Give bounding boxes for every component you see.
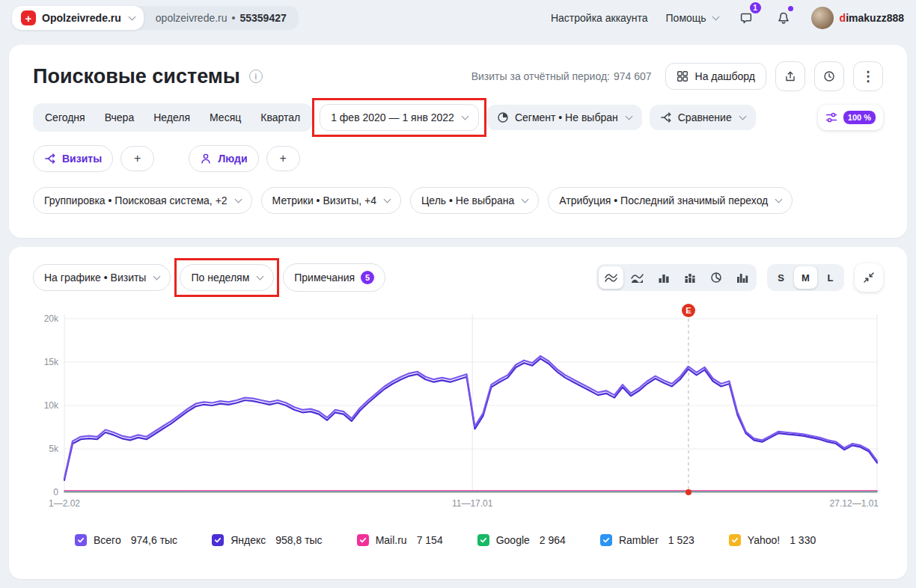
compare-button[interactable]: Сравнение bbox=[650, 105, 756, 130]
legend-label: Yahoo! bbox=[748, 534, 780, 546]
legend-item-total[interactable]: Всего 974,6 тыс bbox=[75, 534, 177, 546]
yandex-metrica-page: Opolzeivrede.ru opolzeivrede.ru • 553594… bbox=[0, 0, 916, 579]
grouping-period-dropdown[interactable]: По неделям bbox=[180, 264, 274, 291]
to-dashboard-button[interactable]: На дашборд bbox=[665, 63, 766, 90]
on-chart-dropdown[interactable]: На графике • Визиты bbox=[33, 264, 171, 291]
avatar bbox=[811, 7, 834, 29]
dashboard-grid-icon bbox=[677, 70, 688, 82]
visits-chart[interactable]: 20k15k10k5k01—2.0211—17.0127.12—1.01E bbox=[33, 302, 883, 527]
attribution-dropdown[interactable]: Атрибуция • Последний значимый переход bbox=[548, 187, 793, 214]
collapse-chart-button[interactable] bbox=[855, 263, 883, 292]
username: dimakuzz888 bbox=[840, 12, 904, 24]
legend-item-mailru[interactable]: Mail.ru 7 154 bbox=[357, 534, 443, 546]
legend-item-rambler[interactable]: Rambler 1 523 bbox=[600, 534, 694, 546]
check-icon bbox=[359, 536, 367, 544]
user-menu[interactable]: dimakuzz888 bbox=[811, 7, 904, 29]
chevron-down-icon bbox=[384, 196, 391, 203]
report-card: Поисковые системы Визиты за отчётный пер… bbox=[9, 45, 907, 238]
counter-switcher[interactable]: Opolzeivrede.ru opolzeivrede.ru • 553594… bbox=[12, 6, 299, 30]
legend-item-google[interactable]: Google 2 964 bbox=[477, 534, 566, 546]
size-m-button[interactable]: M bbox=[794, 266, 817, 289]
check-icon bbox=[480, 536, 487, 544]
info-icon[interactable] bbox=[249, 70, 263, 83]
tab-yesterday[interactable]: Вчера bbox=[95, 105, 144, 129]
tab-month[interactable]: Месяц bbox=[200, 105, 251, 129]
counter-name: Opolzeivrede.ru bbox=[42, 12, 121, 24]
chevron-down-icon bbox=[128, 13, 135, 21]
svg-text:1—2.02: 1—2.02 bbox=[49, 498, 80, 509]
svg-text:15k: 15k bbox=[44, 357, 59, 367]
tab-quarter[interactable]: Квартал bbox=[251, 105, 310, 129]
metrics-dropdown[interactable]: Метрики • Визиты, +4 bbox=[261, 187, 401, 214]
columns-icon bbox=[736, 272, 748, 284]
svg-text:E: E bbox=[686, 306, 691, 315]
counter-meta: opolzeivrede.ru • 55359427 bbox=[144, 6, 299, 30]
legend-item-yahoo[interactable]: Yahoo! 1 330 bbox=[729, 534, 816, 546]
goal-dropdown[interactable]: Цель • Не выбрана bbox=[410, 187, 539, 214]
legend-checkbox[interactable] bbox=[357, 534, 369, 546]
chevron-down-icon bbox=[461, 113, 468, 120]
segment-button[interactable]: Сегмент • Не выбран bbox=[486, 105, 642, 130]
top-bar: Opolzeivrede.ru opolzeivrede.ru • 553594… bbox=[0, 0, 916, 36]
help-menu[interactable]: Помощь bbox=[666, 12, 718, 24]
chart-type-stacked-area-button[interactable] bbox=[625, 266, 650, 289]
chart-type-pie-button[interactable] bbox=[703, 266, 728, 289]
visits-branch-icon bbox=[44, 153, 56, 165]
legend-value: 7 154 bbox=[417, 534, 443, 546]
legend-checkbox[interactable] bbox=[729, 534, 741, 546]
chart-type-columns-button[interactable] bbox=[730, 266, 754, 289]
grouping-period-annotated: По неделям bbox=[180, 264, 274, 291]
compare-label: Сравнение bbox=[678, 111, 732, 123]
chart-type-switcher bbox=[596, 264, 757, 291]
svg-text:10k: 10k bbox=[44, 400, 59, 411]
counter-switcher-button[interactable]: Opolzeivrede.ru bbox=[12, 6, 144, 30]
date-range-button[interactable]: 1 фев 2020 — 1 янв 2022 bbox=[320, 104, 479, 131]
notes-button[interactable]: Примечания 5 bbox=[283, 263, 385, 292]
legend-value: 958,8 тыс bbox=[275, 534, 322, 546]
legend-item-yandex[interactable]: Яндекс 958,8 тыс bbox=[212, 534, 323, 546]
svg-text:0: 0 bbox=[53, 487, 58, 497]
svg-text:5k: 5k bbox=[49, 444, 59, 454]
notifications-button[interactable] bbox=[774, 8, 793, 28]
clock-icon bbox=[823, 70, 835, 82]
bar-chart-icon bbox=[658, 272, 670, 284]
svg-text:11—17.01: 11—17.01 bbox=[452, 498, 493, 509]
size-l-button[interactable]: L bbox=[819, 266, 842, 289]
legend-checkbox[interactable] bbox=[212, 534, 224, 546]
date-range-annotated: 1 фев 2020 — 1 янв 2022 bbox=[320, 104, 479, 131]
account-settings-link[interactable]: Настройка аккаунта bbox=[551, 12, 648, 24]
grouping-period-label: По неделям bbox=[191, 272, 249, 284]
kebab-icon bbox=[861, 68, 875, 85]
share-icon bbox=[784, 70, 796, 82]
legend-checkbox[interactable] bbox=[477, 534, 489, 546]
tab-week[interactable]: Неделя bbox=[144, 105, 200, 129]
add-people-metric-button[interactable]: + bbox=[266, 146, 300, 171]
messages-button[interactable]: 1 bbox=[736, 8, 756, 28]
chart-type-smooth-line-button[interactable] bbox=[599, 266, 623, 289]
add-metric-button[interactable]: + bbox=[120, 146, 154, 171]
chevron-down-icon bbox=[775, 196, 783, 203]
chevron-down-icon bbox=[625, 113, 632, 120]
smooth-line-icon bbox=[605, 272, 617, 284]
bell-icon bbox=[777, 11, 790, 25]
tab-today[interactable]: Сегодня bbox=[35, 105, 95, 129]
chevron-down-icon bbox=[739, 113, 746, 120]
metric-people-pill[interactable]: Люди bbox=[189, 145, 258, 172]
more-menu-button[interactable] bbox=[853, 61, 883, 91]
chart-type-bars-button[interactable] bbox=[651, 266, 676, 289]
size-s-button[interactable]: S bbox=[769, 266, 793, 289]
legend-value: 2 964 bbox=[540, 534, 566, 546]
legend-checkbox[interactable] bbox=[600, 534, 612, 546]
chart-legend: Всего 974,6 тыс Яндекс 958,8 тыс Mail.ru… bbox=[75, 534, 883, 546]
attribution-label: Атрибуция • Последний значимый переход bbox=[559, 195, 768, 206]
metric-visits-pill[interactable]: Визиты bbox=[33, 145, 113, 172]
chart-type-stacked-bars-button[interactable] bbox=[677, 266, 702, 289]
legend-checkbox[interactable] bbox=[75, 534, 87, 546]
chevron-down-icon bbox=[257, 273, 264, 281]
grouping-dropdown[interactable]: Группировка • Поисковая система, +2 bbox=[33, 187, 252, 214]
counter-id: 55359427 bbox=[239, 12, 286, 24]
share-button[interactable] bbox=[775, 61, 805, 91]
sampling-button[interactable]: 100 % bbox=[818, 105, 883, 130]
grouping-label: Группировка • Поисковая система, +2 bbox=[44, 195, 228, 206]
history-button[interactable] bbox=[814, 61, 844, 91]
